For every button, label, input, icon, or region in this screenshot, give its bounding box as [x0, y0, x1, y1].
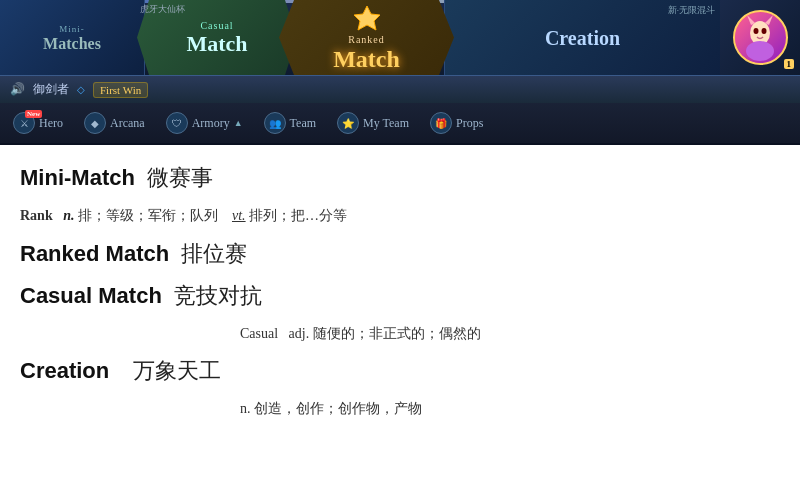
ranked-trophy-icon — [353, 4, 381, 32]
team-label: Team — [290, 116, 316, 131]
nav-mini-main: Matches — [43, 36, 101, 52]
armory-arrow-icon: ▲ — [234, 118, 243, 128]
casual-definition-row: Casual adj. 随便的；非正式的；偶然的 — [20, 323, 780, 345]
rank-vt: vt. — [232, 208, 246, 223]
svg-point-6 — [754, 28, 759, 34]
my-team-icon: ⭐ — [337, 112, 359, 134]
top-label: 虎牙大仙杯 — [140, 3, 185, 16]
avatar-level: 1 — [784, 59, 795, 69]
props-label: Props — [456, 116, 483, 131]
player-name: 御剑者 — [33, 81, 69, 98]
casual-def-text: 随便的；非正式的；偶然的 — [313, 326, 481, 341]
nav-casual-label: Casual — [200, 20, 233, 31]
creation-definition-row: n. 创造，创作；创作物，产物 — [20, 398, 780, 420]
term-row-rank: Rank n. 排；等级；军衔；队列 vt. 排列；把…分等 — [20, 205, 780, 227]
nav-item-arcana[interactable]: ◆ Arcana — [76, 108, 153, 138]
rank-pos: n. — [63, 208, 74, 223]
nav-item-props[interactable]: 🎁 Props — [422, 108, 491, 138]
game-header: 虎牙大仙杯 Mini- Matches Casual Match Ranked … — [0, 0, 800, 75]
creation-pos: n. — [240, 401, 251, 416]
new-badge-hero: New — [25, 110, 42, 118]
term-row-creation: Creation 万象天工 — [20, 356, 780, 386]
my-team-label: My Team — [363, 116, 409, 131]
term-ranked-english: Ranked Match — [20, 241, 169, 266]
volume-icon[interactable]: 🔊 — [10, 82, 25, 97]
term-mini-match-chinese: 微赛事 — [147, 165, 213, 190]
term-creation-chinese: 万象天工 — [133, 358, 221, 383]
content-area: Mini-Match 微赛事 Rank n. 排；等级；军衔；队列 vt. 排列… — [0, 145, 800, 430]
nav-casual-main: Match — [186, 33, 247, 55]
arcana-icon: ◆ — [84, 112, 106, 134]
svg-marker-0 — [354, 6, 380, 30]
player-bar: 🔊 御剑者 ◇ First Win — [0, 75, 800, 103]
nav-item-armory[interactable]: 🛡 Armory ▲ — [158, 108, 251, 138]
term-casual-chinese: 竞技对抗 — [174, 283, 262, 308]
nav-mini-label: Mini- — [59, 24, 85, 34]
term-casual-english: Casual Match — [20, 283, 162, 308]
team-icon: 👥 — [264, 112, 286, 134]
nav-item-team[interactable]: 👥 Team — [256, 108, 324, 138]
nav-creation-main: Creation — [545, 28, 620, 48]
armory-label: Armory — [192, 116, 230, 131]
nav-item-hero[interactable]: New ⚔ Hero — [5, 108, 71, 138]
rank-word: Rank — [20, 208, 53, 223]
svg-point-3 — [746, 41, 774, 61]
nav-ranked-main: Match — [333, 47, 400, 71]
nav-ranked-match[interactable]: Ranked Match — [279, 0, 454, 75]
term-row-casual-match: Casual Match 竞技对抗 — [20, 281, 780, 311]
hero-nav: New ⚔ Hero ◆ Arcana 🛡 Armory ▲ 👥 Team ⭐ … — [0, 103, 800, 145]
svg-point-7 — [762, 28, 767, 34]
rank-def-text: 排；等级；军衔；队列 — [78, 208, 218, 223]
avatar-area: 1 — [720, 0, 800, 75]
hero-label: Hero — [39, 116, 63, 131]
nav-item-my-team[interactable]: ⭐ My Team — [329, 108, 417, 138]
term-mini-match-english: Mini-Match — [20, 165, 135, 190]
avatar — [733, 10, 788, 65]
creation-def-text: 创造，创作；创作物，产物 — [254, 401, 422, 416]
nav-ranked-label: Ranked — [348, 34, 385, 45]
term-creation-english: Creation — [20, 358, 109, 383]
avatar-image — [735, 13, 785, 63]
props-icon: 🎁 — [430, 112, 452, 134]
rank-vt-def: 排列；把…分等 — [249, 208, 347, 223]
term-row-mini-match: Mini-Match 微赛事 — [20, 163, 780, 193]
arcana-label: Arcana — [110, 116, 145, 131]
diamond-icon: ◇ — [77, 84, 85, 95]
armory-icon: 🛡 — [166, 112, 188, 134]
term-ranked-chinese: 排位赛 — [181, 241, 247, 266]
casual-word: Casual — [240, 326, 278, 341]
top-right-label: 新·无限混斗 — [668, 4, 715, 17]
nav-mini-matches[interactable]: Mini- Matches — [0, 0, 145, 75]
rank-definition: Rank n. 排；等级；军衔；队列 vt. 排列；把…分等 — [20, 208, 347, 223]
casual-pos: adj. — [289, 326, 310, 341]
term-row-ranked-match: Ranked Match 排位赛 — [20, 239, 780, 269]
first-win-badge: First Win — [93, 82, 148, 98]
